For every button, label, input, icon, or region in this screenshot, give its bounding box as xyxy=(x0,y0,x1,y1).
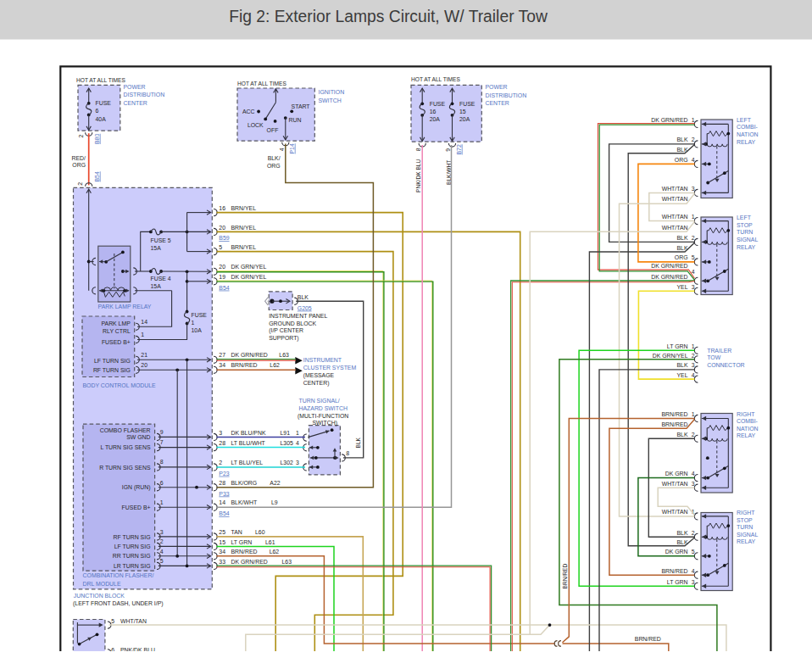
svg-text:PARK LMP: PARK LMP xyxy=(101,321,131,326)
svg-text:RELAY: RELAY xyxy=(737,244,755,250)
svg-text:4: 4 xyxy=(692,269,695,275)
svg-text:8: 8 xyxy=(346,450,349,456)
svg-text:TAN: TAN xyxy=(231,529,242,535)
svg-text:TRAILER: TRAILER xyxy=(707,348,731,354)
svg-text:PARK LAMP RELAY: PARK LAMP RELAY xyxy=(98,304,152,309)
svg-text:28: 28 xyxy=(219,440,225,446)
svg-text:DK GRN/RED: DK GRN/RED xyxy=(231,352,268,358)
svg-text:FUSED B+: FUSED B+ xyxy=(102,339,131,345)
svg-text:FUSE 4: FUSE 4 xyxy=(151,276,171,282)
svg-text:2: 2 xyxy=(692,235,695,241)
svg-text:JUNCTION BLOCK: JUNCTION BLOCK xyxy=(74,593,125,599)
svg-text:2: 2 xyxy=(692,353,695,359)
svg-text:4: 4 xyxy=(692,157,695,163)
svg-text:B72: B72 xyxy=(456,144,462,154)
svg-text:BRN/RED: BRN/RED xyxy=(661,568,687,574)
svg-text:POWER: POWER xyxy=(486,84,508,90)
svg-text:2: 2 xyxy=(77,182,83,186)
svg-text:WHT/TAN: WHT/TAN xyxy=(662,481,688,487)
svg-text:L62: L62 xyxy=(270,362,280,368)
svg-text:BRN/YEL: BRN/YEL xyxy=(231,205,257,211)
svg-text:B54: B54 xyxy=(219,510,229,516)
svg-text:BLK/ORG: BLK/ORG xyxy=(231,480,258,486)
svg-text:DK BLU/PNK: DK BLU/PNK xyxy=(231,430,266,436)
svg-text:P14: P14 xyxy=(289,143,295,153)
svg-text:5: 5 xyxy=(111,618,114,624)
svg-text:RR TURN SIG: RR TURN SIG xyxy=(113,553,151,559)
svg-text:RELAY: RELAY xyxy=(737,538,755,544)
svg-text:20A: 20A xyxy=(459,116,470,122)
svg-text:ORG: ORG xyxy=(675,157,688,163)
svg-text:SUPPORT): SUPPORT) xyxy=(269,335,298,342)
svg-text:WHT/TAN: WHT/TAN xyxy=(662,225,688,231)
svg-text:L9: L9 xyxy=(271,499,278,505)
svg-text:START: START xyxy=(292,103,311,109)
svg-text:SIGNAL: SIGNAL xyxy=(737,237,758,243)
svg-text:G205: G205 xyxy=(298,305,312,311)
svg-text:5: 5 xyxy=(692,254,695,260)
svg-text:STOP: STOP xyxy=(737,517,753,523)
svg-text:4: 4 xyxy=(160,549,164,555)
svg-text:BLK: BLK xyxy=(676,235,687,241)
svg-text:1: 1 xyxy=(141,332,144,337)
svg-text:HOT AT ALL TIMES: HOT AT ALL TIMES xyxy=(237,81,287,86)
svg-text:NATION: NATION xyxy=(737,131,759,137)
svg-text:L63: L63 xyxy=(279,352,289,358)
svg-text:DK GRN: DK GRN xyxy=(665,471,688,477)
svg-text:DK GRN/RED: DK GRN/RED xyxy=(651,263,687,269)
svg-text:5: 5 xyxy=(160,558,164,564)
svg-text:10A: 10A xyxy=(192,327,203,333)
svg-text:6: 6 xyxy=(96,108,99,114)
svg-text:WHT/TAN: WHT/TAN xyxy=(120,618,147,624)
svg-text:BLK: BLK xyxy=(676,362,687,368)
svg-text:34: 34 xyxy=(219,362,225,368)
svg-text:3: 3 xyxy=(219,430,222,436)
svg-text:LT BLU/YEL: LT BLU/YEL xyxy=(231,460,264,466)
svg-text:27: 27 xyxy=(219,352,225,358)
svg-text:P33: P33 xyxy=(219,491,229,497)
svg-text:BLK: BLK xyxy=(676,530,687,536)
svg-text:B80: B80 xyxy=(94,134,100,144)
svg-text:FUSE: FUSE xyxy=(459,101,476,107)
svg-text:IGNITION: IGNITION xyxy=(319,89,345,95)
svg-text:25: 25 xyxy=(219,529,225,535)
svg-text:DISTRIBUTION: DISTRIBUTION xyxy=(486,92,527,98)
svg-text:1: 1 xyxy=(692,343,695,349)
svg-text:2: 2 xyxy=(160,538,164,544)
svg-text:1: 1 xyxy=(296,430,299,436)
svg-text:L63: L63 xyxy=(282,559,292,565)
svg-text:FUSED B+: FUSED B+ xyxy=(122,505,151,510)
svg-text:14: 14 xyxy=(141,319,147,325)
svg-text:BRN/RED: BRN/RED xyxy=(231,549,258,555)
svg-text:IGN (RUN): IGN (RUN) xyxy=(122,484,151,491)
svg-text:FUSE: FUSE xyxy=(430,101,446,107)
svg-text:34: 34 xyxy=(219,549,225,555)
svg-text:COMBO FLASHER: COMBO FLASHER xyxy=(100,427,151,433)
svg-text:5: 5 xyxy=(219,244,222,250)
svg-text:LOCK: LOCK xyxy=(247,122,264,128)
svg-text:ACC: ACC xyxy=(242,109,255,114)
svg-text:2: 2 xyxy=(692,137,695,142)
svg-text:20: 20 xyxy=(141,362,147,368)
svg-text:L TURN SIG SENS: L TURN SIG SENS xyxy=(101,444,151,450)
svg-text:LR TURN SIG: LR TURN SIG xyxy=(114,563,151,569)
svg-text:1: 1 xyxy=(192,320,195,326)
svg-text:16: 16 xyxy=(219,205,225,211)
svg-text:RELAY: RELAY xyxy=(737,139,755,145)
svg-text:CENTER: CENTER xyxy=(124,100,147,106)
svg-text:ORG: ORG xyxy=(675,254,688,260)
svg-text:BLK: BLK xyxy=(676,137,687,142)
svg-text:WHT/TAN: WHT/TAN xyxy=(662,214,688,220)
svg-text:L60: L60 xyxy=(255,529,265,535)
svg-text:8: 8 xyxy=(160,459,164,465)
svg-text:LT GRN: LT GRN xyxy=(231,539,253,545)
svg-text:BRN/RED: BRN/RED xyxy=(231,362,258,368)
svg-text:BLK/WHT: BLK/WHT xyxy=(231,499,258,505)
svg-text:CLUSTER SYSTEM: CLUSTER SYSTEM xyxy=(303,365,357,371)
svg-text:LT GRN: LT GRN xyxy=(667,579,688,585)
svg-text:COMBINATION FLASHER/: COMBINATION FLASHER/ xyxy=(83,572,154,578)
svg-text:R TURN SIG SENS: R TURN SIG SENS xyxy=(99,465,151,471)
svg-text:LT GRN: LT GRN xyxy=(667,343,688,349)
svg-text:B59: B59 xyxy=(219,235,229,241)
svg-text:BLK: BLK xyxy=(298,294,309,300)
